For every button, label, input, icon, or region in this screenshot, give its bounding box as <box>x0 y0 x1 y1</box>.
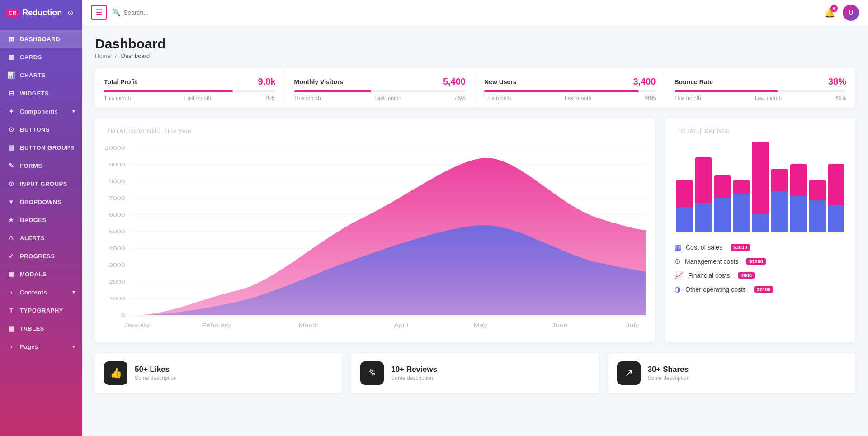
menu-button[interactable]: ☰ <box>91 5 107 20</box>
sidebar-item-forms[interactable]: ✎ FORMS <box>0 156 82 175</box>
area-chart: 10000 9000 8000 7000 6000 5000 4000 3000… <box>104 142 646 333</box>
stat-this-month: This month <box>294 95 321 101</box>
svg-text:7000: 7000 <box>109 195 125 201</box>
sidebar-item-charts[interactable]: 📊 CHARTS <box>0 66 82 84</box>
sidebar-item-pages[interactable]: › Pages ▾ <box>0 337 82 355</box>
breadcrumb-home[interactable]: Home <box>95 52 111 59</box>
sidebar-item-label: Components <box>20 108 58 115</box>
sidebar-item-dropdowns[interactable]: ▾ DROPDOWNS <box>0 193 82 211</box>
logo-text: Reduction <box>22 8 62 18</box>
components-icon: ✦ <box>7 108 15 115</box>
chevron-right-icon: ▾ <box>72 289 75 295</box>
stat-value: 9.8k <box>258 76 276 87</box>
revenue-chart-card: TOTAL REVENUEThis Year 10000 9000 8000 7… <box>95 118 655 342</box>
svg-text:2000: 2000 <box>109 279 125 284</box>
svg-text:1000: 1000 <box>109 296 125 301</box>
legend-label: Cost of sales <box>686 244 722 251</box>
sidebar-item-dashboard[interactable]: ⊞ DASHBOARD <box>0 30 82 48</box>
sidebar-item-label: FORMS <box>20 162 42 169</box>
breadcrumb: Home / Dashboard <box>95 52 855 59</box>
search-icon: 🔍 <box>112 9 121 17</box>
legend-badge: $1200 <box>746 258 766 265</box>
stat-last-month: Last month <box>184 95 211 101</box>
legend-label: Management costs <box>685 258 738 265</box>
avatar[interactable]: U <box>843 5 859 21</box>
buttons-icon: ⊙ <box>7 126 15 133</box>
button-groups-icon: ▤ <box>7 144 15 151</box>
legend-label: Financial costs <box>688 272 730 279</box>
cards-icon: ▦ <box>7 53 15 61</box>
svg-text:January: January <box>124 322 150 328</box>
stat-last-month: Last month <box>565 95 591 101</box>
stat-label: Monthly Visitors <box>294 78 344 85</box>
sidebar-item-contents[interactable]: › Contents ▾ <box>0 283 82 301</box>
svg-text:9000: 9000 <box>109 162 125 167</box>
bottom-cards-row: 👍 50+ Likes Some description ✎ 10+ Revie… <box>95 353 855 393</box>
likes-icon: 👍 <box>104 361 127 385</box>
sidebar-item-tables[interactable]: ▦ TABLES <box>0 319 82 337</box>
likes-label: Some description <box>135 375 177 381</box>
progress-icon: ✓ <box>7 252 15 260</box>
sidebar-item-typography[interactable]: T TYPOGRAPHY <box>0 301 82 319</box>
dropdowns-icon: ▾ <box>7 198 15 205</box>
legend-other-costs: ◑ Other operating costs $2400 <box>675 285 846 294</box>
svg-text:May: May <box>474 322 487 328</box>
management-costs-icon: ⊙ <box>675 257 680 265</box>
sidebar-item-input-groups[interactable]: ⊙ INPUT GROUPS <box>0 175 82 193</box>
sidebar-item-label: DROPDOWNS <box>20 199 61 205</box>
svg-text:July: July <box>626 322 639 328</box>
sidebar-item-label: CHARTS <box>20 72 46 79</box>
sidebar-item-label: BUTTON GROUPS <box>20 144 74 151</box>
legend-badge: $800 <box>738 272 755 279</box>
sidebar-item-badges[interactable]: ★ BADGES <box>0 211 82 229</box>
search-input[interactable] <box>123 9 214 16</box>
topbar: ☰ 🔍 🔔 6 U <box>82 0 868 25</box>
sidebar-item-widgets[interactable]: ⊟ WIDGETS <box>0 84 82 102</box>
page-header: Dashboard Home / Dashboard <box>95 36 855 59</box>
bottom-card-reviews: ✎ 10+ Reviews Some description <box>351 353 599 393</box>
sidebar-item-label: DASHBOARD <box>20 36 60 43</box>
chevron-pages-icon: ▾ <box>72 344 75 350</box>
notification-bell[interactable]: 🔔 6 <box>824 7 835 18</box>
dashboard-icon: ⊞ <box>7 35 15 43</box>
stat-percent: 90% <box>645 95 656 101</box>
financial-costs-icon: 📈 <box>675 271 684 280</box>
breadcrumb-separator: / <box>115 52 117 59</box>
sidebar-item-buttons[interactable]: ⊙ BUTTONS <box>0 120 82 138</box>
sidebar-logo: CR Reduction ⊙ <box>0 0 82 26</box>
legend-cost-of-sales: ▦ Cost of sales $3000 <box>675 243 846 251</box>
widgets-icon: ⊟ <box>7 90 15 97</box>
expense-chart-title: TOTAL EXPENSE <box>675 128 846 134</box>
charts-icon: 📊 <box>7 71 15 79</box>
svg-text:6000: 6000 <box>109 212 125 218</box>
stat-last-month: Last month <box>374 95 401 101</box>
legend-financial-costs: 📈 Financial costs $800 <box>675 271 846 280</box>
bottom-card-shares: ↗ 30+ Shares Some description <box>608 353 855 393</box>
main-area: ☰ 🔍 🔔 6 U Dashboard Home / Dashboard <box>82 0 868 436</box>
sidebar-item-cards[interactable]: ▦ CARDS <box>0 48 82 66</box>
stat-last-month: Last month <box>755 95 782 101</box>
stat-percent: 45% <box>455 95 466 101</box>
logo-badge: CR <box>6 9 19 17</box>
stat-this-month: This month <box>484 95 511 101</box>
stat-monthly-visitors: Monthly Visitors 5,400 This month Last m… <box>285 68 476 108</box>
reviews-label: Some description <box>391 375 437 381</box>
svg-text:8000: 8000 <box>109 179 125 184</box>
sidebar-item-label: INPUT GROUPS <box>20 180 67 187</box>
input-groups-icon: ⊙ <box>7 180 15 187</box>
sidebar-item-button-groups[interactable]: ▤ BUTTON GROUPS <box>0 138 82 156</box>
stat-total-profit: Total Profit 9.8k This month Last month … <box>95 68 285 108</box>
sidebar-item-progress[interactable]: ✓ PROGRESS <box>0 247 82 265</box>
sidebar-item-components[interactable]: ✦ Components ▾ <box>0 102 82 120</box>
svg-text:10000: 10000 <box>105 145 125 151</box>
expense-legend: ▦ Cost of sales $3000 ⊙ Management costs… <box>675 243 846 294</box>
sidebar-item-modals[interactable]: ▣ MODALS <box>0 265 82 283</box>
stat-value: 38% <box>828 76 846 87</box>
sidebar-item-label: TYPOGRAPHY <box>20 307 63 314</box>
shares-value: 30+ Shares <box>648 365 690 374</box>
reviews-value: 10+ Reviews <box>391 365 437 374</box>
stats-row: Total Profit 9.8k This month Last month … <box>95 68 855 108</box>
badges-icon: ★ <box>7 216 15 223</box>
sidebar-item-alerts[interactable]: ⚠ ALERTS <box>0 229 82 247</box>
sidebar-item-label: Contents <box>20 289 47 296</box>
